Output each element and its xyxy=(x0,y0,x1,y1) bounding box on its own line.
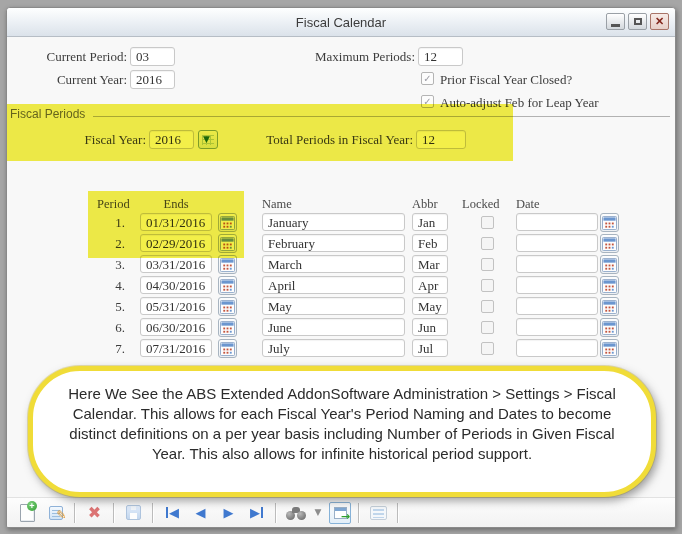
ends-input[interactable]: 04/30/2016 xyxy=(140,276,212,294)
locked-checkbox[interactable] xyxy=(481,300,494,313)
window-title: Fiscal Calendar xyxy=(296,15,386,30)
period-number: 7. xyxy=(97,338,125,359)
ends-calendar-button[interactable] xyxy=(218,234,237,253)
locked-checkbox[interactable] xyxy=(481,237,494,250)
abbr-input[interactable]: Jan xyxy=(412,213,448,231)
abbr-input[interactable]: Jul xyxy=(412,339,448,357)
date-input[interactable] xyxy=(516,213,598,231)
date-input[interactable] xyxy=(516,276,598,294)
date-input[interactable] xyxy=(516,255,598,273)
find-dropdown-button[interactable]: ▼ xyxy=(312,501,324,524)
toolbar-separator xyxy=(113,503,115,523)
period-number: 6. xyxy=(97,317,125,338)
name-input[interactable]: July xyxy=(262,339,405,357)
ends-input[interactable]: 07/31/2016 xyxy=(140,339,212,357)
name-input[interactable]: June xyxy=(262,318,405,336)
period-number: 3. xyxy=(97,254,125,275)
maximize-button[interactable] xyxy=(628,13,647,30)
current-year-input[interactable]: 2016 xyxy=(130,70,175,89)
table-row: 5. 05/31/2016 May May xyxy=(97,296,627,317)
green-arrow-icon: → xyxy=(341,511,350,522)
locked-checkbox[interactable] xyxy=(481,279,494,292)
next-record-button[interactable]: ▶ xyxy=(217,501,240,524)
first-record-button[interactable]: ◀ xyxy=(161,501,184,524)
last-record-icon: ▶ xyxy=(250,506,263,519)
ends-input[interactable]: 02/29/2016 xyxy=(140,234,212,252)
calendar-icon xyxy=(602,300,617,314)
ends-column-header: Ends xyxy=(140,197,212,212)
maximum-periods-label: Maximum Periods: xyxy=(295,49,415,65)
run-query-button[interactable]: → xyxy=(329,502,351,524)
new-record-button[interactable]: + xyxy=(16,501,39,524)
calendar-icon xyxy=(602,279,617,293)
date-calendar-button[interactable] xyxy=(600,318,619,337)
delete-record-button[interactable]: ✖ xyxy=(83,501,106,524)
locked-checkbox[interactable] xyxy=(481,258,494,271)
period-number: 2. xyxy=(97,233,125,254)
ends-calendar-button[interactable] xyxy=(218,213,237,232)
name-input[interactable]: May xyxy=(262,297,405,315)
name-input[interactable]: March xyxy=(262,255,405,273)
locked-checkbox[interactable] xyxy=(481,216,494,229)
close-button[interactable]: ✕ xyxy=(650,13,669,30)
abbr-input[interactable]: Apr xyxy=(412,276,448,294)
locked-column-header: Locked xyxy=(462,197,499,212)
date-calendar-button[interactable] xyxy=(600,234,619,253)
previous-record-icon: ◀ xyxy=(196,506,206,519)
ends-input[interactable]: 06/30/2016 xyxy=(140,318,212,336)
annotation-callout: Here We See the ABS Extended AddonSoftwa… xyxy=(28,366,656,497)
fiscal-year-label: Fiscal Year: xyxy=(26,132,146,148)
title-bar[interactable]: Fiscal Calendar ✕ xyxy=(7,8,675,37)
fiscal-year-input[interactable]: 2016 xyxy=(149,130,194,149)
abbr-input[interactable]: Jun xyxy=(412,318,448,336)
annotation-text: Here We See the ABS Extended AddonSoftwa… xyxy=(59,384,625,464)
date-calendar-button[interactable] xyxy=(600,213,619,232)
period-number: 1. xyxy=(97,212,125,233)
group-box-line xyxy=(93,116,670,117)
period-number: 4. xyxy=(97,275,125,296)
current-period-input[interactable]: 03 xyxy=(130,47,175,66)
minimize-icon xyxy=(611,24,620,27)
delete-record-icon: ✖ xyxy=(88,505,101,521)
calendar-icon xyxy=(602,237,617,251)
ends-input[interactable]: 01/31/2016 xyxy=(140,213,212,231)
last-record-button[interactable]: ▶ xyxy=(245,501,268,524)
ends-calendar-button[interactable] xyxy=(218,339,237,358)
fiscal-year-lookup-button[interactable]: ▼ xyxy=(198,130,218,149)
calendar-icon xyxy=(602,216,617,230)
locked-checkbox[interactable] xyxy=(481,342,494,355)
name-input[interactable]: January xyxy=(262,213,405,231)
date-input[interactable] xyxy=(516,297,598,315)
ends-input[interactable]: 03/31/2016 xyxy=(140,255,212,273)
date-input[interactable] xyxy=(516,234,598,252)
date-calendar-button[interactable] xyxy=(600,276,619,295)
name-input[interactable]: April xyxy=(262,276,405,294)
date-calendar-button[interactable] xyxy=(600,255,619,274)
abbr-input[interactable]: Feb xyxy=(412,234,448,252)
ends-calendar-button[interactable] xyxy=(218,276,237,295)
auto-adjust-feb-checkbox: ✓ xyxy=(421,95,434,108)
previous-record-button[interactable]: ◀ xyxy=(189,501,212,524)
new-record-icon: + xyxy=(20,504,35,522)
locked-checkbox[interactable] xyxy=(481,321,494,334)
abbr-input[interactable]: Mar xyxy=(412,255,448,273)
date-input[interactable] xyxy=(516,318,598,336)
minimize-button[interactable] xyxy=(606,13,625,30)
ends-input[interactable]: 05/31/2016 xyxy=(140,297,212,315)
ends-calendar-button[interactable] xyxy=(218,318,237,337)
total-periods-input[interactable]: 12 xyxy=(416,130,466,149)
table-row: 2. 02/29/2016 February Feb xyxy=(97,233,627,254)
toolbar-separator xyxy=(275,503,277,523)
find-dropdown-icon: ▼ xyxy=(315,508,322,517)
find-button[interactable] xyxy=(284,501,307,524)
name-input[interactable]: February xyxy=(262,234,405,252)
edit-record-button[interactable]: ✎ xyxy=(44,501,67,524)
ends-calendar-button[interactable] xyxy=(218,255,237,274)
abbr-input[interactable]: May xyxy=(412,297,448,315)
maximum-periods-input[interactable]: 12 xyxy=(418,47,463,66)
date-input[interactable] xyxy=(516,339,598,357)
prior-fiscal-year-closed-label: Prior Fiscal Year Closed? xyxy=(440,72,572,88)
date-calendar-button[interactable] xyxy=(600,297,619,316)
ends-calendar-button[interactable] xyxy=(218,297,237,316)
date-calendar-button[interactable] xyxy=(600,339,619,358)
